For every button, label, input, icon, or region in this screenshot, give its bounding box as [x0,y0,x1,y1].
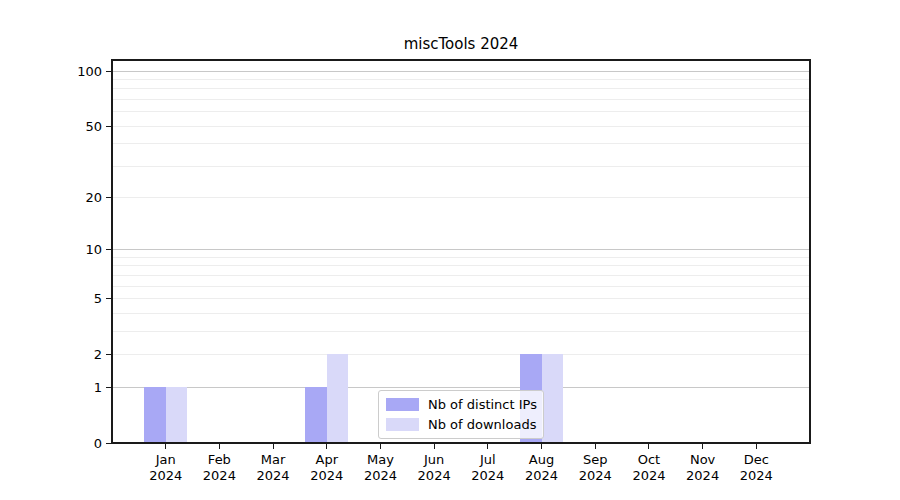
x-tick-label-year: 2024 [310,468,343,483]
y-tick-label: 0 [94,436,102,451]
legend-item-downloads: Nb of downloads [386,417,536,432]
chart-figure: 0125102050100Jan2024Feb2024Mar2024Apr202… [0,0,900,500]
legend-item-distinct-ips: Nb of distinct IPs [386,397,536,412]
legend-swatch-distinct-ips-icon [386,398,419,411]
y-tick-label: 20 [85,190,102,205]
x-tick-label-month: Jun [423,452,444,467]
x-tick-label-year: 2024 [632,468,665,483]
x-tick-label-year: 2024 [525,468,558,483]
x-tick-label-month: Apr [316,452,339,467]
x-tick-label-month: Jul [479,452,496,467]
x-tick-label-year: 2024 [257,468,290,483]
y-tick-label: 10 [85,242,102,257]
chart-title: miscTools 2024 [112,35,810,54]
x-tick-label-month: Mar [261,452,286,467]
legend: Nb of distinct IPs Nb of downloads [378,390,544,439]
bar-downloads-apr [327,354,348,443]
x-tick-label-year: 2024 [471,468,504,483]
legend-label-downloads: Nb of downloads [428,417,536,432]
x-tick-label-year: 2024 [149,468,182,483]
y-tick-label: 1 [94,380,102,395]
x-tick-label-month: Jan [155,452,176,467]
x-tick-label-month: Nov [690,452,716,467]
x-tick-label-month: Sep [583,452,608,467]
x-tick-label-month: Dec [744,452,769,467]
x-tick-label-month: Aug [529,452,554,467]
x-tick-label-year: 2024 [740,468,773,483]
bar-downloads-jan [166,387,187,443]
bar-distinct-ips-jan [144,387,165,443]
y-tick-label: 2 [94,347,102,362]
y-tick-label: 5 [94,291,102,306]
legend-label-distinct-ips: Nb of distinct IPs [428,397,537,412]
x-tick-label-year: 2024 [364,468,397,483]
y-tick-label: 50 [85,119,102,134]
plot-border [112,60,810,443]
bar-distinct-ips-apr [305,387,326,443]
x-tick-label-month: Oct [638,452,660,467]
x-tick-label-year: 2024 [418,468,451,483]
x-tick-label-month: May [367,452,394,467]
bar-downloads-aug [542,354,563,443]
legend-swatch-downloads-icon [386,418,419,431]
y-tick-label: 100 [77,64,102,79]
x-tick-label-year: 2024 [579,468,612,483]
x-tick-label-year: 2024 [686,468,719,483]
x-tick-label-year: 2024 [203,468,236,483]
x-tick-label-month: Feb [208,452,231,467]
